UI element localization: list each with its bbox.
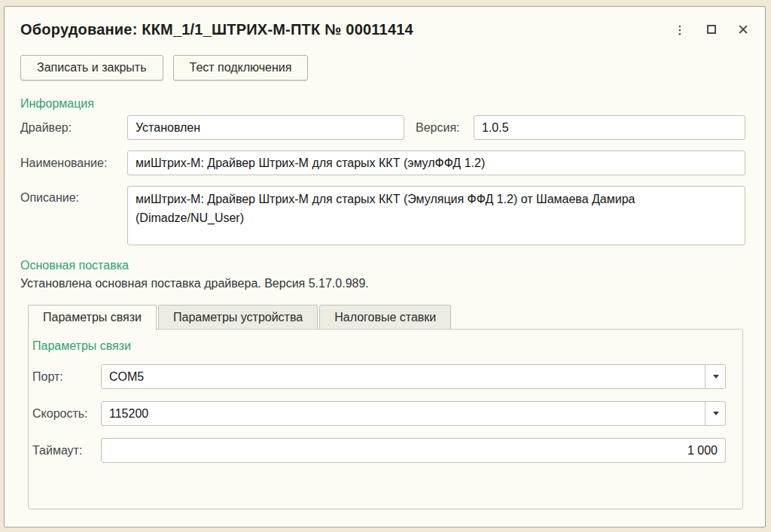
description-row: Описание: миШтрих-М: Драйвер Штрих-М для… (20, 186, 745, 245)
test-connection-button[interactable]: Тест подключения (173, 55, 309, 81)
chevron-down-icon (713, 412, 719, 415)
port-combobox: COM5 (101, 364, 726, 389)
speed-field[interactable]: 115200 (101, 401, 726, 426)
tab-connection-params[interactable]: Параметры связи (28, 305, 157, 330)
port-dropdown-button[interactable] (705, 364, 726, 389)
description-field[interactable]: миШтрих-М: Драйвер Штрих-М для старых КК… (127, 186, 745, 245)
driver-field[interactable]: Установлен (127, 115, 404, 140)
speed-combobox: 115200 (101, 401, 726, 426)
window-controls: ⋮ ✕ (667, 18, 756, 41)
speed-label: Скорость: (32, 407, 101, 421)
port-field[interactable]: COM5 (101, 364, 726, 389)
equipment-dialog-window: Оборудование: ККМ_1/1_ШТРИХ-М-ПТК № 0001… (4, 6, 766, 527)
title-bar: Оборудование: ККМ_1/1_ШТРИХ-М-ПТК № 0001… (5, 7, 765, 44)
version-field[interactable]: 1.0.5 (474, 115, 745, 140)
driver-row: Драйвер: Установлен Версия: 1.0.5 (20, 115, 745, 140)
chevron-down-icon (713, 375, 719, 378)
tab-tax-rates[interactable]: Налоговые ставки (319, 305, 451, 330)
toolbar: Записать и закрыть Тест подключения (5, 44, 765, 81)
connection-params-panel: Параметры связи Порт: COM5 Скорость: 115… (28, 329, 743, 509)
more-vertical-icon[interactable]: ⋮ (667, 18, 693, 41)
tab-device-params[interactable]: Параметры устройства (158, 305, 318, 330)
port-row: Порт: COM5 (32, 364, 726, 389)
driver-label: Драйвер: (20, 121, 127, 135)
close-glyph: ✕ (737, 23, 749, 37)
timeout-field[interactable]: 1 000 (101, 438, 726, 463)
delivery-status-text: Установлена основная поставка драйвера. … (20, 277, 745, 290)
description-label: Описание: (20, 186, 127, 205)
close-icon[interactable]: ✕ (730, 18, 756, 41)
delivery-section-header: Основная поставка (20, 259, 745, 272)
port-label: Порт: (32, 370, 101, 384)
info-section-header: Информация (20, 97, 745, 111)
version-label: Версия: (416, 121, 474, 135)
name-row: Наименование: миШтрих-М: Драйвер Штрих-М… (20, 150, 745, 175)
save-and-close-button[interactable]: Записать и закрыть (20, 55, 163, 81)
connection-params-header: Параметры связи (32, 339, 726, 353)
name-field[interactable]: миШтрих-М: Драйвер Штрих-М для старых КК… (127, 150, 745, 175)
more-vertical-glyph: ⋮ (675, 24, 686, 35)
name-label: Наименование: (20, 157, 127, 170)
window-title: Оборудование: ККМ_1/1_ШТРИХ-М-ПТК № 0001… (20, 21, 667, 38)
info-form: Драйвер: Установлен Версия: 1.0.5 Наимен… (5, 115, 765, 245)
speed-dropdown-button[interactable] (705, 401, 726, 426)
timeout-row: Таймаут: 1 000 (32, 438, 726, 463)
timeout-label: Таймаут: (32, 444, 101, 458)
maximize-glyph (707, 25, 716, 34)
tab-bar: Параметры связи Параметры устройства Нал… (5, 305, 765, 330)
speed-row: Скорость: 115200 (32, 401, 726, 426)
maximize-icon[interactable] (699, 18, 724, 41)
